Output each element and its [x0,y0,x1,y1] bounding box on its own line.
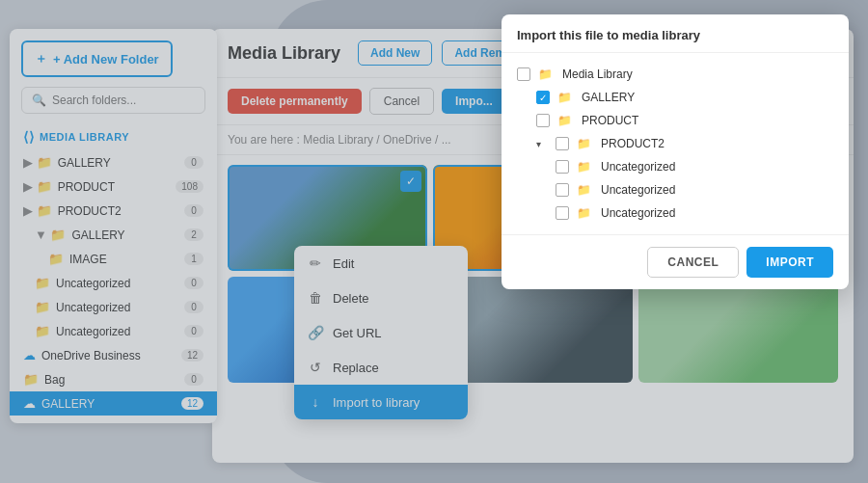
dialog-footer: CANCEL IMPORT [502,234,849,289]
folder-icon-uncat2: 📁 [577,183,591,197]
folder-icon-uncat1: 📁 [577,160,591,174]
checkbox-root[interactable] [517,67,530,81]
checkbox-gallery[interactable]: ✓ [536,91,550,104]
tree-item-uncat1[interactable]: 📁 Uncategorized [517,155,833,178]
tree-item-uncat2[interactable]: 📁 Uncategorized [517,178,833,201]
toggle-icon[interactable]: ▾ [536,139,546,149]
dialog-cancel-button[interactable]: CANCEL [647,247,739,278]
tree-item-product[interactable]: 📁 PRODUCT [517,109,833,132]
tree-label-gallery: GALLERY [582,91,635,104]
tree-item-root[interactable]: 📁 Media Library [517,63,833,86]
checkbox-product2[interactable] [556,137,569,150]
checkbox-uncat2[interactable] [556,183,569,197]
tree-label-uncat1: Uncategorized [601,160,675,174]
tree-label-uncat3: Uncategorized [601,206,675,220]
tree-item-product2[interactable]: ▾ 📁 PRODUCT2 [517,132,833,155]
tree-label-uncat2: Uncategorized [601,183,675,197]
tree-label-root: Media Library [562,67,633,81]
import-dialog: Import this file to media library 📁 Medi… [502,14,849,289]
tree-item-gallery[interactable]: ✓ 📁 GALLERY [517,86,833,109]
tree-label-product2: PRODUCT2 [601,137,665,150]
dialog-body: 📁 Media Library ✓ 📁 GALLERY 📁 PRODUCT ▾ … [502,53,849,234]
dialog-header: Import this file to media library [502,14,849,53]
folder-icon-product: 📁 [557,114,572,127]
folder-icon-product2: 📁 [577,137,591,150]
tree-item-uncat3[interactable]: 📁 Uncategorized [517,201,833,225]
checkbox-uncat3[interactable] [556,206,569,220]
folder-icon-root: 📁 [538,67,553,81]
dialog-import-button[interactable]: IMPORT [746,247,833,278]
checkbox-uncat1[interactable] [556,160,569,174]
checkbox-product[interactable] [536,114,550,127]
tree-label-product: PRODUCT [582,114,638,127]
folder-icon-uncat3: 📁 [577,206,591,220]
folder-icon-gallery: 📁 [557,91,572,104]
